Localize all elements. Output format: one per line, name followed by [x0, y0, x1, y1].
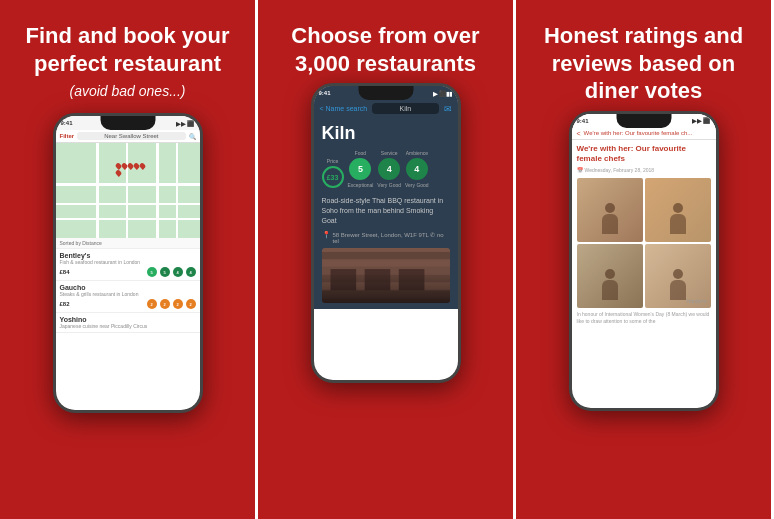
logo-watermark: Harden's	[687, 298, 707, 304]
address-text: 58 Brewer Street, London, W1F 9TL ✆ no t…	[333, 231, 450, 244]
back-button[interactable]: < Name search	[320, 105, 368, 112]
ambience-label: Ambience	[406, 150, 428, 156]
map-road	[56, 203, 200, 205]
panel-1-title: Find and book your perfect restaurant	[18, 22, 237, 77]
service-label: Service	[381, 150, 398, 156]
person-silhouette	[600, 269, 620, 304]
back-button-3[interactable]: <	[577, 130, 581, 137]
toolbar-1: Filter Near Swallow Street 🔍	[56, 130, 200, 143]
article-content: We're with her: Our favourite female che…	[572, 140, 716, 329]
search-icon[interactable]: 🔍	[189, 133, 196, 140]
map-road	[156, 143, 159, 238]
price-circle: £33	[322, 166, 344, 188]
phone-2: 9:41 ▶ ⬛▮▮ < Name search Kiln ✉ Kiln	[311, 83, 461, 383]
map-road	[126, 143, 128, 238]
list-item[interactable]: Yoshino Japanese cuisine near Piccadilly…	[56, 313, 200, 333]
restaurant-row: £84 5 5 4 4	[60, 267, 196, 277]
map-pin[interactable]	[114, 169, 122, 177]
person-silhouette	[668, 269, 688, 304]
panel-2-title: Choose from over 3,000 restaurants	[276, 22, 495, 77]
restaurant-type: Fish & seafood restaurant in London	[60, 259, 196, 265]
food-rating: 2	[160, 299, 170, 309]
person-head	[673, 203, 683, 213]
food-sub: Exceptional	[348, 182, 374, 188]
service-sub: Very Good	[377, 182, 401, 188]
list-item[interactable]: Gaucho Steaks & grills restaurant in Lon…	[56, 281, 200, 313]
filter-button[interactable]: Filter	[60, 133, 75, 139]
person-body	[602, 214, 618, 234]
location-display: Near Swallow Street	[77, 132, 185, 140]
phone-2-screen: 9:41 ▶ ⬛▮▮ < Name search Kiln ✉ Kiln	[314, 86, 458, 380]
phone-2-notch	[358, 86, 413, 100]
map-road	[56, 218, 200, 220]
map-pin-cluster	[116, 163, 146, 176]
article-title: We're with her: Our favourite female che…	[577, 144, 711, 165]
restaurant-name: Gaucho	[60, 284, 196, 291]
person-body	[670, 280, 686, 300]
screen-3: 9:41 ▶▶ ⬛ < We're with her: Our favourit…	[572, 114, 716, 329]
rating-circles: 5 5 4 4	[147, 267, 196, 277]
restaurant-name: Yoshino	[60, 316, 196, 323]
calendar-icon: 📅	[577, 167, 583, 173]
restaurant-photo	[322, 248, 450, 303]
nav-breadcrumb: We're with her: Our favourite female ch.…	[584, 130, 711, 136]
person-silhouette	[600, 203, 620, 238]
rating-circles: 2 2 2 2	[147, 299, 196, 309]
screen-2: 9:41 ▶ ⬛▮▮ < Name search Kiln ✉ Kiln	[314, 86, 458, 309]
restaurant-name-detail: Kiln	[322, 123, 450, 144]
price-label: Price	[327, 158, 338, 164]
food-col: Food 5 Exceptional	[348, 150, 374, 188]
location-icon: 📍	[322, 231, 331, 239]
person-head	[673, 269, 683, 279]
food-rating: 5	[147, 267, 157, 277]
price-rating: 2	[147, 299, 157, 309]
status-icons-2: ▶ ⬛▮▮	[433, 90, 453, 97]
article-caption: In honour of International Women's Day (…	[577, 311, 711, 324]
restaurant-type: Japanese cuisine near Piccadilly Circus	[60, 323, 196, 329]
restaurant-row: £82 2 2 2 2	[60, 299, 196, 309]
panel-1-subtitle: (avoid bad ones...)	[70, 83, 186, 99]
photo-overlay	[322, 273, 450, 303]
message-icon[interactable]: ✉	[444, 104, 452, 114]
restaurant-type: Steaks & grills restaurant in London	[60, 291, 196, 297]
phone-3-notch	[616, 114, 671, 128]
service-rating: 2	[173, 299, 183, 309]
ambience-rating: 2	[186, 299, 196, 309]
price: £84	[60, 269, 70, 275]
status-icons-1: ▶▶ ⬛	[176, 120, 195, 127]
restaurant-description: Road-side-style Thai BBQ restaurant in S…	[322, 196, 450, 225]
food-label: Food	[355, 150, 366, 156]
phone-1-screen: 9:41 ▶▶ ⬛ Filter Near Swallow Street 🔍	[56, 116, 200, 410]
phone-3: 9:41 ▶▶ ⬛ < We're with her: Our favourit…	[569, 111, 719, 411]
panel-1: Find and book your perfect restaurant (a…	[0, 0, 258, 519]
ambience-sub: Very Good	[405, 182, 429, 188]
map-pin[interactable]	[138, 162, 146, 170]
ambience-circle: 4	[406, 158, 428, 180]
restaurant-list: Bentley's Fish & seafood restaurant in L…	[56, 249, 200, 333]
price: £82	[60, 301, 70, 307]
restaurant-detail: Kiln Price £33 Food 5 Exceptional	[314, 117, 458, 309]
time-2: 9:41	[319, 90, 331, 96]
photo-cell-2	[645, 178, 711, 242]
map-road	[96, 143, 99, 238]
photo-grid: Harden's	[577, 178, 711, 308]
map-view[interactable]	[56, 143, 200, 238]
svg-rect-2	[322, 260, 450, 267]
food-circle: 5	[349, 158, 371, 180]
svg-rect-1	[322, 252, 450, 259]
navbar-3: < We're with her: Our favourite female c…	[572, 128, 716, 140]
screen-1: 9:41 ▶▶ ⬛ Filter Near Swallow Street 🔍	[56, 116, 200, 333]
price-col: Price £33	[322, 158, 344, 188]
time-3: 9:41	[577, 118, 589, 124]
list-item[interactable]: Bentley's Fish & seafood restaurant in L…	[56, 249, 200, 281]
person-body	[670, 214, 686, 234]
search-bar[interactable]: Kiln	[372, 103, 438, 114]
person-head	[605, 203, 615, 213]
person-head	[605, 269, 615, 279]
service-rating: 5	[160, 267, 170, 277]
service-rating2: 4	[173, 267, 183, 277]
panel-2: Choose from over 3,000 restaurants 9:41 …	[258, 0, 516, 519]
ambience-col: Ambience 4 Very Good	[405, 150, 429, 188]
date-text: Wednesday, February 28, 2018	[585, 167, 655, 173]
navbar-2: < Name search Kiln ✉	[314, 100, 458, 117]
